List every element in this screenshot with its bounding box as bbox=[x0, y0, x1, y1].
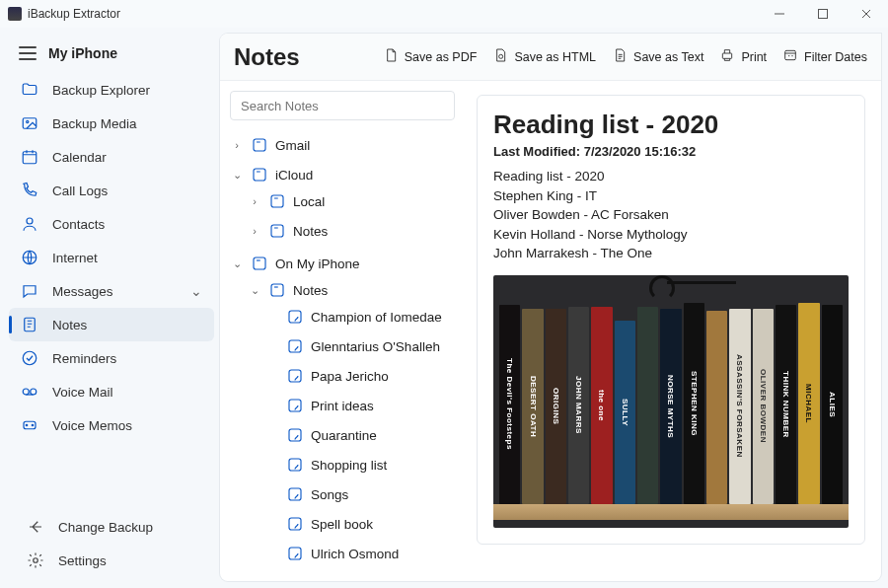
book-spine: THINK NUMBER bbox=[776, 305, 796, 504]
action-filter-dates[interactable]: Filter Dates bbox=[782, 47, 867, 66]
sidebar-item-label: Call Logs bbox=[52, 184, 108, 198]
minimize-button[interactable] bbox=[758, 0, 801, 28]
note-icon bbox=[285, 366, 305, 386]
action-save-as-html[interactable]: Save as HTML bbox=[492, 47, 596, 66]
note-icon bbox=[285, 544, 305, 563]
tree-note[interactable]: Print ideas bbox=[265, 394, 455, 417]
note-icon bbox=[285, 425, 305, 445]
action-print[interactable]: Print bbox=[719, 47, 767, 66]
sidebar-item-internet[interactable]: Internet bbox=[9, 241, 214, 274]
action-save-as-text[interactable]: Save as Text bbox=[612, 47, 703, 66]
svg-point-5 bbox=[27, 120, 29, 122]
sidebar-item-label: Voice Memos bbox=[52, 418, 132, 433]
sidebar-item-reminders[interactable]: Reminders bbox=[9, 341, 214, 375]
sidebar-item-label: Change Backup bbox=[58, 520, 153, 535]
content-pane: Reading list - 2020 Last Modified: 7/23/… bbox=[461, 81, 881, 581]
tree-label: Shopping list bbox=[311, 458, 387, 473]
tree-note[interactable]: Quarantine bbox=[265, 423, 455, 447]
sidebar-item-voice-mail[interactable]: Voice Mail bbox=[9, 375, 214, 408]
tree-note[interactable]: Songs bbox=[265, 482, 455, 506]
close-button[interactable] bbox=[845, 0, 888, 28]
tree-note[interactable]: Glenntarius O'Shalleh bbox=[265, 334, 455, 358]
window-title: iBackup Extractor bbox=[28, 7, 120, 21]
tree-label: Quarantine bbox=[311, 428, 377, 443]
tree-toggle-icon[interactable]: › bbox=[230, 139, 244, 151]
tree-label: Gmail bbox=[275, 138, 310, 153]
book-spine: OLIVER BOWDEN bbox=[753, 309, 774, 504]
sidebar-item-voice-memos[interactable]: Voice Memos bbox=[9, 408, 214, 442]
note-line: John Marrakesh - The One bbox=[493, 244, 849, 263]
book-spine: the one bbox=[591, 307, 612, 504]
action-label: Save as HTML bbox=[514, 50, 596, 64]
toolbar: Notes Save as PDFSave as HTMLSave as Tex… bbox=[220, 34, 881, 81]
note-icon bbox=[285, 307, 305, 327]
sidebar-item-messages[interactable]: Messages⌄ bbox=[9, 274, 214, 308]
tree-label: Papa Jericho bbox=[311, 369, 389, 384]
note-card: Reading list - 2020 Last Modified: 7/23/… bbox=[477, 95, 865, 545]
tree-note[interactable]: Papa Jericho bbox=[265, 364, 455, 388]
sidebar-item-label: Voice Mail bbox=[52, 385, 113, 400]
print-icon bbox=[719, 47, 735, 66]
tree-folder[interactable]: ⌄iCloud bbox=[230, 163, 455, 186]
app-icon bbox=[8, 7, 22, 21]
tree-label: Ulrich Osmond bbox=[311, 547, 399, 561]
tree-folder[interactable]: ›Notes bbox=[248, 219, 455, 243]
tree-note[interactable]: Ulrich Osmond bbox=[265, 542, 455, 565]
sidebar-item-change-backup[interactable]: Change Backup bbox=[15, 510, 208, 544]
tree-note[interactable]: Shopping list bbox=[265, 453, 455, 477]
hamburger-icon[interactable] bbox=[19, 46, 37, 60]
filter-icon bbox=[782, 47, 798, 66]
sidebar-item-calendar[interactable]: Calendar bbox=[9, 140, 214, 174]
note-icon bbox=[285, 396, 305, 415]
tree-folder[interactable]: ›Local bbox=[248, 189, 455, 213]
tree-toggle-icon[interactable]: ⌄ bbox=[230, 169, 244, 182]
sidebar-item-label: Messages bbox=[52, 284, 113, 299]
svg-rect-19 bbox=[785, 50, 796, 59]
tree-label: Notes bbox=[293, 224, 328, 239]
sidebar-item-backup-media[interactable]: Backup Media bbox=[9, 107, 214, 140]
device-name: My iPhone bbox=[48, 45, 117, 61]
book-spine: STEPHEN KING bbox=[684, 303, 704, 504]
tree-folder[interactable]: ⌄Notes bbox=[248, 278, 455, 302]
tree-toggle-icon[interactable]: › bbox=[248, 225, 261, 237]
sidebar-item-notes[interactable]: Notes bbox=[9, 308, 214, 341]
page-title: Notes bbox=[234, 43, 300, 71]
memo-icon bbox=[21, 416, 38, 434]
sidebar-item-label: Calendar bbox=[52, 150, 107, 165]
sidebar-item-backup-explorer[interactable]: Backup Explorer bbox=[9, 73, 214, 107]
book-spine: The Devil's Footsteps bbox=[499, 305, 520, 504]
svg-rect-21 bbox=[254, 169, 265, 181]
tree-label: Glenntarius O'Shalleh bbox=[311, 339, 440, 354]
book-spine: DESERT OATH bbox=[522, 309, 543, 504]
search-input[interactable] bbox=[230, 91, 455, 120]
action-label: Save as Text bbox=[633, 50, 703, 64]
svg-point-12 bbox=[31, 389, 37, 395]
note-line: Oliver Bowden - AC Forsaken bbox=[493, 205, 849, 225]
note-meta: Last Modified: 7/23/2020 15:16:32 bbox=[493, 144, 849, 159]
note-title: Reading list - 2020 bbox=[493, 110, 849, 140]
tree-note[interactable]: Spell book bbox=[265, 512, 455, 536]
maximize-button[interactable] bbox=[801, 0, 845, 28]
calendar-icon bbox=[21, 148, 38, 166]
sidebar-item-contacts[interactable]: Contacts bbox=[9, 207, 214, 241]
sidebar-item-label: Contacts bbox=[52, 217, 105, 232]
text-icon bbox=[612, 47, 628, 66]
sidebar-item-settings[interactable]: Settings bbox=[15, 544, 208, 577]
title-bar: iBackup Extractor bbox=[0, 0, 888, 28]
sidebar-item-label: Settings bbox=[58, 553, 107, 568]
tree-toggle-icon[interactable]: ⌄ bbox=[230, 257, 244, 270]
tree-note[interactable]: Champion of Iomedae bbox=[265, 305, 455, 329]
note-icon bbox=[285, 514, 305, 534]
note-image: The Devil's FootstepsDESERT OATHORIGINSJ… bbox=[493, 275, 849, 528]
action-save-as-pdf[interactable]: Save as PDF bbox=[383, 47, 478, 66]
tree-toggle-icon[interactable]: ⌄ bbox=[248, 284, 261, 297]
sidebar: My iPhone Backup ExplorerBackup MediaCal… bbox=[3, 30, 220, 585]
tree-folder[interactable]: ⌄On My iPhone bbox=[230, 252, 455, 275]
svg-rect-23 bbox=[271, 225, 283, 237]
book-spine: ASSASSIN'S FORSAKEN bbox=[729, 309, 750, 504]
tree-toggle-icon[interactable]: › bbox=[248, 195, 261, 207]
tree-folder[interactable]: ›Gmail bbox=[230, 133, 455, 157]
svg-rect-25 bbox=[271, 284, 283, 296]
svg-rect-22 bbox=[271, 195, 283, 207]
sidebar-item-call-logs[interactable]: Call Logs bbox=[9, 174, 214, 207]
